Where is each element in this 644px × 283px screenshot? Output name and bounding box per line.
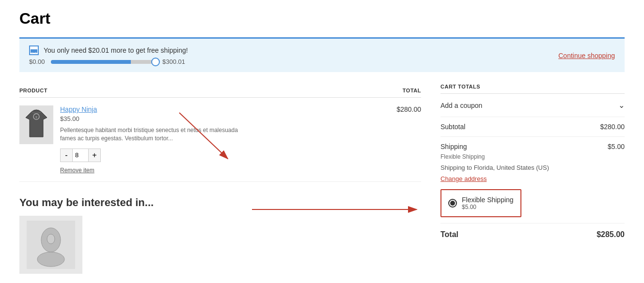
shipping-banner: You only need $20.01 more to get free sh…	[19, 37, 625, 72]
shipping-label: Shipping	[440, 143, 467, 150]
product-image: ✝	[19, 105, 53, 144]
radio-button[interactable]	[448, 199, 457, 208]
progress-start: $0.00	[29, 58, 46, 65]
page-title: Cart	[19, 10, 625, 28]
shipping-icon	[29, 45, 39, 55]
chevron-down-icon: ⌄	[618, 101, 625, 110]
shipping-option-text: Flexible Shipping $5.00	[462, 196, 514, 210]
total-row: Total $285.00	[440, 223, 625, 246]
product-cell: ✝ Happy Ninja $35.00 Pellentesque habita…	[19, 105, 383, 174]
qty-increase-button[interactable]: +	[89, 149, 100, 162]
shipping-message: You only need $20.01 more to get free sh…	[44, 46, 188, 54]
shipping-option-price: $5.00	[462, 204, 514, 210]
radio-inner	[450, 201, 455, 206]
total-label: Total	[440, 230, 458, 239]
item-total: $280.00	[383, 98, 421, 182]
interest-title: You may be interested in...	[19, 196, 421, 209]
shipping-option-name: Flexible Shipping	[462, 196, 514, 204]
total-value: $285.00	[597, 230, 625, 239]
change-address-link[interactable]: Change address	[440, 175, 487, 182]
product-description: Pellentesque habitant morbi tristique se…	[60, 126, 254, 143]
product-price: $35.00	[60, 115, 254, 122]
shipping-value: $5.00	[608, 143, 625, 150]
svg-point-2	[31, 52, 33, 54]
quantity-input[interactable]	[72, 149, 89, 162]
coupon-row[interactable]: Add a coupon ⌄	[440, 94, 625, 117]
subtotal-label: Subtotal	[440, 123, 465, 131]
product-info: Happy Ninja $35.00 Pellentesque habitant…	[60, 105, 254, 174]
coupon-label: Add a coupon	[440, 102, 482, 109]
progress-end: $300.01	[162, 58, 187, 65]
subtotal-row: Subtotal $280.00	[440, 117, 625, 137]
quantity-control: - +	[60, 149, 101, 162]
qty-decrease-button[interactable]: -	[61, 149, 72, 162]
cart-totals-title: CART TOTALS	[440, 84, 625, 94]
progress-bar	[51, 60, 157, 64]
subtotal-value: $280.00	[600, 123, 625, 131]
product-name-link[interactable]: Happy Ninja	[60, 105, 254, 113]
main-layout: PRODUCT TOTAL	[19, 84, 625, 274]
shipping-method-label: Flexible Shipping	[440, 153, 485, 160]
svg-point-8	[37, 252, 64, 267]
svg-point-3	[35, 52, 37, 54]
svg-point-9	[47, 234, 55, 244]
table-row: ✝ Happy Ninja $35.00 Pellentesque habita…	[19, 98, 421, 182]
col-product: PRODUCT	[19, 84, 383, 98]
interest-section: You may be interested in...	[19, 196, 421, 274]
remove-item-link[interactable]: Remove item	[60, 167, 254, 174]
col-total: TOTAL	[383, 84, 421, 98]
shipping-row: Shipping $5.00 Flexible Shipping Shippin…	[440, 137, 625, 223]
interest-product-image	[19, 216, 82, 274]
shipping-option-box[interactable]: Flexible Shipping $5.00	[440, 189, 521, 217]
shipping-to: Shipping to Florida, United States (US)	[440, 164, 549, 171]
continue-shopping-link[interactable]: Continue shopping	[558, 52, 615, 60]
cart-totals-sidebar: CART TOTALS Add a coupon ⌄ Subtotal $280…	[440, 84, 625, 274]
svg-text:✝: ✝	[35, 116, 38, 119]
cart-section: PRODUCT TOTAL	[19, 84, 421, 274]
cart-table: PRODUCT TOTAL	[19, 84, 421, 182]
